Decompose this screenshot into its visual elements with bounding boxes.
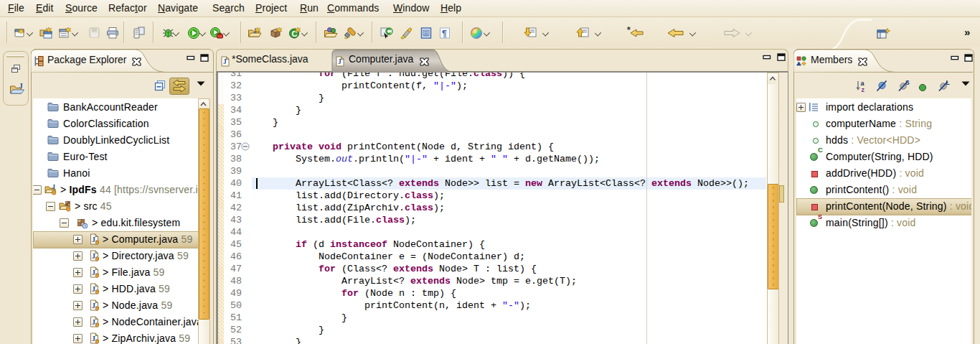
svg-text:J: J — [19, 82, 23, 90]
svg-text:J: J — [338, 58, 341, 65]
svg-text:¶: ¶ — [442, 29, 447, 39]
svg-text:*: * — [627, 27, 631, 35]
svg-text:J: J — [223, 58, 227, 65]
svg-text:z: z — [862, 86, 865, 93]
